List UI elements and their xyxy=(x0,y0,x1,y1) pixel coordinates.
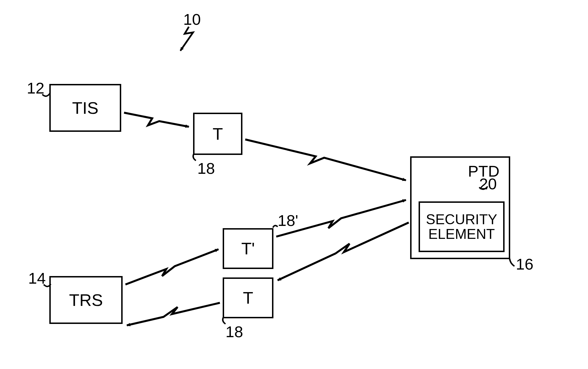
security-element-label: SECURITY ELEMENT xyxy=(426,212,497,242)
t-top-label: T xyxy=(213,125,223,143)
diagram-canvas: 10 TIS 12 T 18 TRS 14 T' 18' T 18 PTD SE… xyxy=(0,0,588,369)
ref-t-prime: 18' xyxy=(278,211,298,230)
ref-t-top: 18 xyxy=(197,159,215,177)
ref-trs: 14 xyxy=(28,269,46,287)
ref-t-bottom: 18 xyxy=(226,323,243,341)
tis-box: TIS xyxy=(49,84,121,132)
trs-box: TRS xyxy=(49,276,123,324)
t-prime-box: T' xyxy=(223,228,273,269)
ref-security: 20 xyxy=(479,175,497,193)
ref-diagram: 10 xyxy=(183,10,201,28)
trs-label: TRS xyxy=(69,291,103,309)
ref-ptd: 16 xyxy=(516,255,533,273)
ref-tis: 12 xyxy=(27,79,44,97)
security-element-box: SECURITY ELEMENT xyxy=(419,201,505,252)
t-bottom-box: T xyxy=(223,277,273,318)
t-top-box: T xyxy=(193,113,242,155)
tis-label: TIS xyxy=(72,99,98,117)
t-bottom-label: T xyxy=(243,289,253,307)
t-prime-label: T' xyxy=(241,240,255,257)
ptd-box: PTD SECURITY ELEMENT xyxy=(410,156,510,259)
